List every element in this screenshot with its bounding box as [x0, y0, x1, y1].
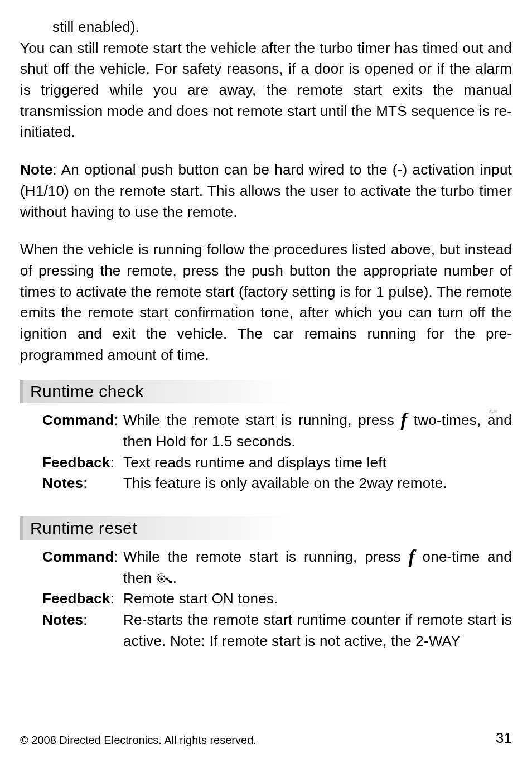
command-label: Command:: [42, 547, 123, 588]
note-paragraph: Note: An optional push button can be har…: [20, 160, 512, 223]
notes-label: Notes:: [42, 473, 123, 494]
continuation-line: still enabled).: [52, 17, 512, 38]
section-runtime-check: Runtime check: [20, 380, 512, 403]
svg-point-1: [161, 578, 163, 580]
notes-body: This feature is only available on the 2w…: [123, 473, 512, 494]
svg-rect-2: [170, 581, 172, 583]
notes-label: Notes:: [42, 610, 123, 651]
feedback-body: Text reads runtime and displays time lef…: [123, 452, 512, 474]
paragraph-1: You can still remote start the vehicle a…: [20, 38, 512, 143]
note-text: : An optional push button can be hard wi…: [20, 161, 512, 220]
command-body: While the remote start is running, press…: [123, 410, 512, 452]
notes-body: Re-starts the remote start runtime count…: [123, 610, 512, 651]
runtime-check-feedback-row: Feedback: Text reads runtime and display…: [42, 452, 512, 474]
runtime-check-notes-row: Notes: This feature is only available on…: [42, 473, 512, 494]
command-label: Command:: [42, 410, 123, 452]
feedback-label: Feedback:: [42, 452, 123, 474]
aux-label: AUX: [489, 409, 497, 413]
remote-start-icon: [156, 569, 173, 591]
runtime-check-command-row: Command: While the remote start is runni…: [42, 410, 512, 452]
runtime-reset-notes-row: Notes: Re-starts the remote start runtim…: [42, 610, 512, 651]
note-label: Note: [20, 161, 53, 178]
copyright: © 2008 Directed Electronics. All rights …: [20, 734, 257, 747]
paragraph-3: When the vehicle is running follow the p…: [20, 239, 512, 365]
feedback-body: Remote start ON tones.: [123, 588, 512, 610]
section-runtime-reset: Runtime reset: [20, 516, 512, 540]
command-body: While the remote start is running, press…: [123, 547, 512, 588]
feedback-label: Feedback:: [42, 588, 123, 610]
page-number: 31: [496, 730, 512, 747]
runtime-reset-command-row: Command: While the remote start is runni…: [42, 547, 512, 588]
page-footer: © 2008 Directed Electronics. All rights …: [20, 730, 512, 747]
f-icon: f: [401, 412, 408, 427]
page-content: still enabled). You can still remote sta…: [20, 17, 512, 725]
runtime-reset-feedback-row: Feedback: Remote start ON tones.: [42, 588, 512, 610]
f-icon: f: [408, 549, 415, 564]
